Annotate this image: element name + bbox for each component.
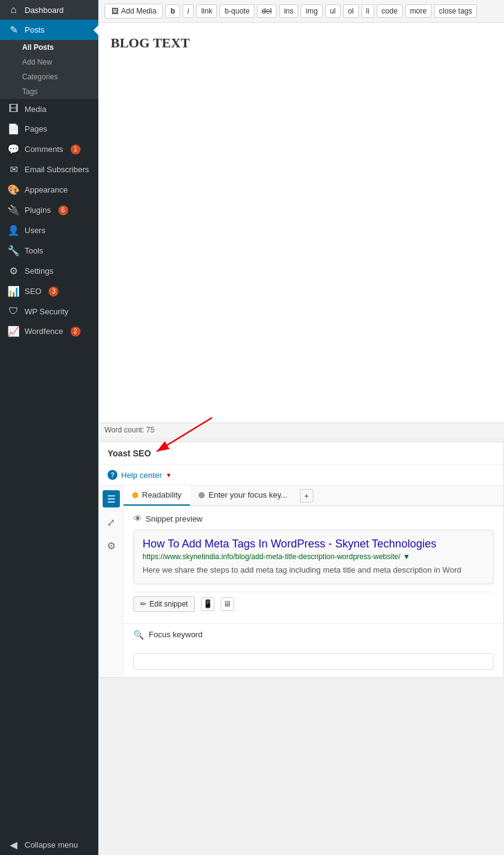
format-del-button[interactable]: del — [257, 4, 277, 18]
focus-keyword-input[interactable] — [133, 653, 494, 670]
comments-icon: 💬 — [7, 143, 20, 155]
posts-icon: ✎ — [7, 24, 20, 36]
appearance-icon: 🎨 — [7, 184, 20, 196]
sidebar: ⌂ Dashboard ✎ Posts All Posts Add New Ca… — [0, 0, 98, 855]
edit-snippet-bar: ✏ Edit snippet 📱 🖥 — [133, 592, 494, 616]
settings-icon: ⚙ — [7, 265, 20, 277]
sidebar-item-appearance[interactable]: 🎨 Appearance — [0, 180, 98, 200]
format-img-button[interactable]: img — [301, 4, 322, 18]
eye-icon: 👁 — [133, 514, 142, 523]
format-close-tags-button[interactable]: close tags — [434, 4, 477, 18]
plus-icon: + — [304, 491, 309, 501]
desktop-view-button[interactable]: 🖥 — [221, 597, 234, 611]
editor-wrapper: BLOG TEXT — [98, 23, 504, 423]
sidebar-item-users[interactable]: 👤 Users — [0, 220, 98, 241]
yoast-help-center[interactable]: ? Help center ▼ — [99, 465, 503, 485]
sidebar-item-label: Appearance — [25, 185, 68, 194]
sidebar-item-email-subscribers[interactable]: ✉ Email Subscribers — [0, 159, 98, 180]
focus-keyword-label-text: Focus keyword — [149, 630, 202, 639]
comments-badge: 1 — [71, 145, 81, 154]
editor-area[interactable]: BLOG TEXT — [98, 23, 504, 423]
format-code-button[interactable]: code — [377, 4, 403, 18]
focus-keyword-input-wrapper — [124, 646, 503, 677]
submenu-tags[interactable]: Tags — [17, 84, 98, 99]
help-icon: ? — [108, 470, 117, 480]
focus-keyword-dot — [199, 492, 205, 498]
pencil-icon: ✏ — [140, 600, 146, 608]
sidebar-item-seo[interactable]: 📊 SEO 3 — [0, 281, 98, 301]
collapse-icon: ◀ — [7, 839, 20, 851]
yoast-seo-section: Yoast SEO ? Help center ▼ ☰ ⤢ ⚙ Readabil… — [98, 442, 504, 678]
format-more-button[interactable]: more — [405, 4, 431, 18]
seo-badge: 3 — [49, 287, 58, 296]
sidebar-item-posts[interactable]: ✎ Posts — [0, 20, 98, 40]
sidebar-item-wp-security[interactable]: 🛡 WP Security — [0, 301, 98, 321]
mobile-view-button[interactable]: 📱 — [201, 597, 215, 611]
sidebar-item-comments[interactable]: 💬 Comments 1 — [0, 139, 98, 159]
sidebar-item-tools[interactable]: 🔧 Tools — [0, 241, 98, 261]
sidebar-item-label: Email Subscribers — [25, 165, 89, 174]
media-icon: 🎞 — [7, 103, 20, 114]
word-count-bar: Word count: 75 — [98, 423, 504, 437]
format-bquote-button[interactable]: b-quote — [219, 4, 254, 18]
format-ins-button[interactable]: ins — [279, 4, 298, 18]
format-li-button[interactable]: li — [361, 4, 374, 18]
edit-snippet-button[interactable]: ✏ Edit snippet — [133, 596, 195, 612]
format-ol-button[interactable]: ol — [343, 4, 358, 18]
tab-readability[interactable]: Readability — [124, 485, 190, 506]
dashboard-icon: ⌂ — [7, 4, 20, 15]
email-icon: ✉ — [7, 164, 20, 175]
add-media-label: Add Media — [121, 7, 156, 15]
sidebar-item-dashboard[interactable]: ⌂ Dashboard — [0, 0, 98, 20]
yoast-help-label: Help center — [121, 471, 162, 480]
sidebar-item-label: SEO — [25, 287, 41, 296]
yoast-icon-settings[interactable]: ⚙ — [103, 537, 120, 554]
pages-icon: 📄 — [7, 123, 20, 135]
submenu-all-posts[interactable]: All Posts — [17, 40, 98, 55]
tab-focus-keyword-label: Enter your focus key... — [208, 490, 287, 499]
snippet-preview-label: 👁 Snippet preview — [133, 514, 494, 523]
yoast-body: ☰ ⤢ ⚙ Readability Enter your focus key..… — [99, 485, 503, 677]
blog-text-title: BLOG TEXT — [111, 35, 492, 51]
snippet-url: https://www.skynetindia.info/blog/add-me… — [143, 552, 484, 561]
submenu-add-new[interactable]: Add New — [17, 55, 98, 70]
sidebar-item-label: Posts — [25, 25, 45, 34]
yoast-sidebar-icons: ☰ ⤢ ⚙ — [99, 485, 124, 677]
yoast-title: Yoast SEO — [108, 448, 151, 458]
yoast-tabs: Readability Enter your focus key... + — [124, 485, 503, 506]
focus-keyword-search-icon: 🔍 — [133, 630, 144, 640]
sidebar-item-wordfence[interactable]: 📈 Wordfence 2 — [0, 321, 98, 341]
format-ul-button[interactable]: ul — [325, 4, 341, 18]
sidebar-item-label: Settings — [25, 266, 53, 276]
yoast-icon-share[interactable]: ⤢ — [103, 514, 120, 531]
sidebar-item-plugins[interactable]: 🔌 Plugins 6 — [0, 200, 98, 220]
add-media-button[interactable]: 🖼 Add Media — [104, 4, 163, 18]
sidebar-item-label: Plugins — [25, 205, 51, 215]
word-count-label: Word count: — [104, 426, 144, 434]
sidebar-item-settings[interactable]: ⚙ Settings — [0, 261, 98, 281]
active-arrow — [93, 25, 98, 35]
sidebar-item-pages[interactable]: 📄 Pages — [0, 119, 98, 139]
tab-readability-label: Readability — [142, 490, 181, 499]
yoast-header: Yoast SEO — [99, 442, 503, 465]
snippet-title[interactable]: How To Add Meta Tags In WordPress - Skyn… — [143, 538, 484, 551]
url-chevron-icon: ▼ — [403, 552, 411, 561]
format-bold-button[interactable]: b — [165, 4, 179, 18]
sidebar-item-collapse-menu[interactable]: ◀ Collapse menu — [0, 835, 98, 855]
format-italic-button[interactable]: i — [183, 4, 194, 18]
add-tab-button[interactable]: + — [300, 489, 313, 503]
wordfence-icon: 📈 — [7, 325, 20, 337]
edit-snippet-label: Edit snippet — [149, 600, 188, 608]
focus-keyword-row: 🔍 Focus keyword — [124, 623, 503, 646]
tab-focus-keyword[interactable]: Enter your focus key... — [190, 485, 296, 506]
sidebar-item-label: WP Security — [25, 307, 68, 316]
yoast-icon-bars[interactable]: ☰ — [103, 490, 120, 507]
format-link-button[interactable]: link — [196, 4, 217, 18]
sidebar-item-media[interactable]: 🎞 Media — [0, 99, 98, 119]
wordfence-badge: 2 — [71, 327, 81, 336]
snippet-preview-text: Snippet preview — [146, 514, 203, 523]
submenu-categories[interactable]: Categories — [17, 70, 98, 84]
readability-dot — [132, 492, 138, 498]
sidebar-item-label: Media — [25, 105, 46, 114]
chevron-down-icon: ▼ — [165, 472, 171, 479]
